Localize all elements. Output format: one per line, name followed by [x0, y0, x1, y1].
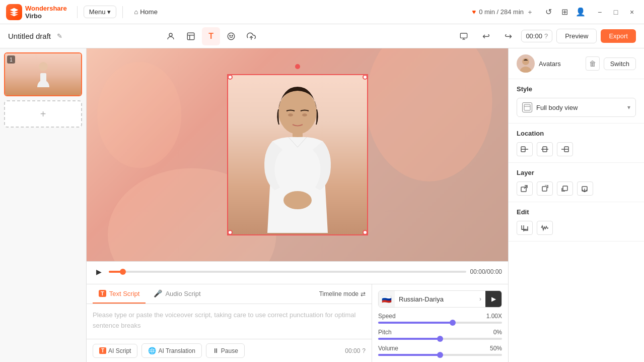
slideshow-button[interactable] [455, 27, 473, 45]
send-to-back-button[interactable] [577, 182, 593, 196]
tab-text-script[interactable]: T Text Script [93, 285, 146, 304]
progress-thumb[interactable] [120, 269, 126, 275]
script-tabs: T Text Script 🎤 Audio Script Timeline mo… [87, 284, 372, 304]
script-help-icon[interactable]: ? [362, 347, 366, 354]
text-script-icon: T [99, 290, 106, 297]
avatar-header: Avatars 🗑 Switch [517, 54, 636, 73]
upload-tool-button[interactable] [242, 27, 260, 45]
voice-selector[interactable]: 🇷🇺 Russian-Dariya › ▶ [378, 290, 502, 308]
script-area: T Text Script 🎤 Audio Script Timeline mo… [87, 284, 508, 362]
close-button[interactable]: × [626, 6, 638, 18]
export-button[interactable]: Export [601, 29, 636, 43]
volume-fill [378, 354, 440, 356]
speed-slider[interactable] [378, 322, 502, 324]
svg-point-19 [522, 58, 529, 65]
svg-rect-31 [563, 186, 567, 191]
align-center-button[interactable] [537, 142, 553, 156]
home-button[interactable]: ⌂ Home [129, 6, 163, 18]
style-dropdown[interactable]: Full body view ▾ [517, 98, 636, 117]
sticker-tool-button[interactable] [222, 27, 240, 45]
pitch-slider[interactable] [378, 338, 502, 340]
progress-bar[interactable] [109, 271, 466, 273]
time-display: 00:00 ? [521, 30, 552, 42]
speed-thumb[interactable] [450, 320, 456, 326]
play-button[interactable]: ▶ [93, 266, 105, 278]
secondbar: Untitled draft ✎ T ↩ ↪ 00:00 ? Preview E… [0, 24, 644, 48]
avatar-thumbnail [517, 54, 535, 73]
volume-thumb[interactable] [437, 352, 443, 358]
avatar-selection-box[interactable] [227, 74, 368, 235]
add-icon[interactable]: ＋ [527, 8, 533, 17]
heart-icon: ♥ [472, 8, 476, 16]
pitch-label: Pitch [378, 329, 392, 336]
maximize-button[interactable]: □ [610, 6, 622, 18]
delete-avatar-button[interactable]: 🗑 [586, 56, 600, 71]
add-scene-button[interactable]: + [4, 100, 82, 128]
pause-button[interactable]: ⏸ Pause [206, 343, 245, 358]
svg-point-18 [302, 113, 307, 116]
translation-icon: 🌐 [148, 347, 156, 354]
ai-script-icon: T [99, 347, 106, 354]
bring-to-front-button[interactable] [517, 182, 533, 196]
text-tool-button[interactable]: T [202, 27, 220, 45]
tab-audio-script[interactable]: 🎤 Audio Script [148, 284, 206, 304]
style-section: Style Full body view ▾ [509, 79, 644, 124]
pitch-thumb[interactable] [437, 336, 443, 342]
voice-name: Russian-Dariya [395, 295, 475, 303]
svg-point-17 [288, 113, 293, 116]
volume-control: Volume 50% [378, 345, 502, 356]
pitch-control: Pitch 0% [378, 329, 502, 340]
bring-forward-button[interactable] [537, 182, 553, 196]
divider [77, 6, 78, 18]
volume-label: Volume [378, 345, 398, 352]
scene-number: 1 [7, 55, 15, 64]
ai-script-button[interactable]: T AI Script [93, 344, 137, 358]
align-right-button[interactable] [557, 142, 573, 156]
history-icon[interactable]: ↺ [543, 7, 553, 17]
svg-point-16 [283, 191, 312, 209]
preview-button[interactable]: Preview [556, 29, 597, 43]
undo-button[interactable]: ↩ [477, 27, 495, 45]
script-placeholder: Please type or paste the voiceover scrip… [93, 310, 366, 331]
time-help-icon[interactable]: ? [544, 32, 548, 40]
waveform-button[interactable] [537, 221, 553, 235]
pitch-value: 0% [493, 329, 502, 336]
chevron-down-icon: ▾ [107, 8, 111, 16]
crop-button[interactable] [517, 221, 533, 235]
send-backward-button[interactable] [557, 182, 573, 196]
avatar-tool-button[interactable] [162, 27, 180, 45]
voice-flag: 🇷🇺 [379, 291, 395, 307]
script-content[interactable]: Please type or paste the voiceover scrip… [87, 304, 372, 339]
toolbar-icons: T [162, 27, 260, 45]
volume-slider[interactable] [378, 354, 502, 356]
timeline-bar: ▶ 00:00/00:00 [87, 261, 508, 284]
logo: Wondershare Virbo [6, 4, 67, 20]
grid-icon[interactable]: ⊞ [559, 7, 569, 17]
redo-button[interactable]: ↪ [499, 27, 517, 45]
svg-rect-10 [40, 73, 46, 83]
ai-translation-button[interactable]: 🌐 AI Translation [141, 343, 201, 358]
script-left: T Text Script 🎤 Audio Script Timeline mo… [87, 284, 372, 362]
layer-buttons [517, 182, 636, 196]
switch-button[interactable]: Switch [604, 57, 636, 70]
main-area: 1 + [0, 48, 644, 362]
svg-rect-6 [461, 33, 467, 38]
align-left-button[interactable] [517, 142, 533, 156]
edit-title-icon[interactable]: ✎ [57, 32, 62, 40]
window-controls: − □ × [594, 6, 638, 18]
timeline-mode-toggle[interactable]: Timeline mode ⇄ [319, 286, 366, 301]
minimize-button[interactable]: − [594, 6, 606, 18]
speed-value: 1.00X [486, 313, 502, 320]
scene-thumbnail-1[interactable]: 1 [4, 52, 82, 96]
home-icon: ⌂ [134, 8, 138, 16]
time-info: ♥ 0 min / 284 min ＋ [472, 8, 533, 17]
voice-play-button[interactable]: ▶ [485, 291, 502, 307]
background-tool-button[interactable] [182, 27, 200, 45]
user-icon[interactable]: 👤 [576, 7, 586, 17]
svg-point-2 [228, 33, 235, 40]
right-controls: ↩ ↪ 00:00 ? Preview Export [455, 27, 636, 45]
menu-button[interactable]: Menu ▾ [84, 6, 117, 18]
canvas-area[interactable] [87, 48, 508, 261]
style-label: Full body view [536, 104, 627, 111]
speed-label: Speed [378, 313, 396, 320]
